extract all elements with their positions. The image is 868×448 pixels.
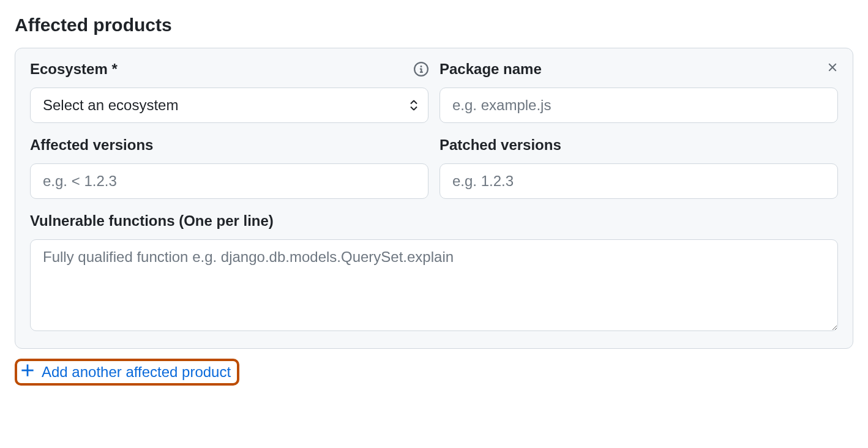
affected-versions-input[interactable]	[30, 163, 428, 199]
vulnerable-functions-textarea[interactable]	[30, 239, 838, 331]
affected-product-panel: Ecosystem * Select an ecosystem Package …	[15, 48, 853, 349]
patched-versions-label: Patched versions	[440, 136, 561, 154]
package-name-input[interactable]	[440, 88, 838, 123]
ecosystem-label: Ecosystem *	[30, 61, 118, 78]
add-affected-product-label: Add another affected product	[42, 364, 231, 381]
add-product-highlight: Add another affected product	[15, 359, 239, 386]
patched-versions-input[interactable]	[440, 163, 838, 199]
close-icon	[826, 61, 839, 76]
plus-icon	[21, 364, 34, 381]
package-name-label: Package name	[440, 61, 542, 78]
close-button[interactable]	[823, 58, 842, 78]
ecosystem-select[interactable]: Select an ecosystem	[30, 88, 428, 123]
add-affected-product-button[interactable]: Add another affected product	[21, 364, 231, 381]
info-icon[interactable]	[414, 62, 428, 77]
section-title: Affected products	[15, 15, 853, 35]
affected-versions-label: Affected versions	[30, 136, 153, 154]
vulnerable-functions-label: Vulnerable functions (One per line)	[30, 212, 838, 230]
